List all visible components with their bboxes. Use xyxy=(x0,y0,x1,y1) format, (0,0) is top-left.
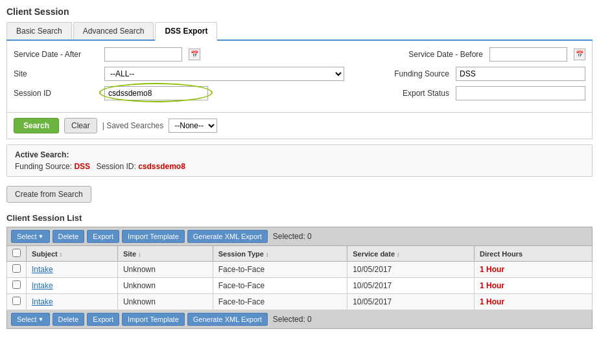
select-dropdown-top[interactable]: Select ▼ xyxy=(11,230,50,243)
row-checkbox-0[interactable] xyxy=(12,264,21,273)
site-cell-1: Unknown xyxy=(117,278,213,294)
service-date-before-label: Service Date - Before xyxy=(399,50,483,59)
session-type-cell-2: Face-to-Face xyxy=(213,294,347,310)
site-cell-2: Unknown xyxy=(117,294,213,310)
service-date-after-label: Service Date - After xyxy=(14,50,98,59)
clear-button[interactable]: Clear xyxy=(64,118,97,133)
site-sort-icon[interactable]: ↕ xyxy=(138,251,141,258)
row-checkbox-1[interactable] xyxy=(12,280,21,289)
export-status-input[interactable] xyxy=(456,86,585,100)
export-status-label: Export Status xyxy=(365,89,449,98)
active-search-title: Active Search: xyxy=(15,150,584,159)
delete-button-bottom[interactable]: Delete xyxy=(53,313,85,326)
table-row: Intake Unknown Face-to-Face 10/05/2017 1… xyxy=(7,262,593,278)
active-funding-source-label: Funding Source: xyxy=(15,162,72,171)
table-toolbar-bottom: Select ▼ Delete Export Import Template G… xyxy=(6,310,593,329)
tab-dss-export[interactable]: DSS Export xyxy=(155,22,217,41)
create-section: Create from Search xyxy=(6,182,593,207)
data-table: Subject ↕ Site ↕ Session Type ↕ Service … xyxy=(6,245,593,310)
service-date-sort-icon[interactable]: ↕ xyxy=(397,251,400,258)
session-type-cell-1: Face-to-Face xyxy=(213,278,347,294)
form-row-session-id: Session ID Export Status xyxy=(14,86,585,100)
table-row: Intake Unknown Face-to-Face 10/05/2017 1… xyxy=(7,294,593,310)
form-row-service-date: Service Date - After 📅 Service Date - Be… xyxy=(14,47,585,62)
row-checkbox-2[interactable] xyxy=(12,297,21,305)
selected-count-top: Selected: 0 xyxy=(273,232,312,241)
session-type-sort-icon[interactable]: ↕ xyxy=(266,251,269,258)
active-session-id-value: csdssdemo8 xyxy=(138,162,185,171)
table-toolbar-top: Select ▼ Delete Export Import Template G… xyxy=(6,227,593,245)
service-date-cell-2: 10/05/2017 xyxy=(347,294,475,310)
session-id-wrapper xyxy=(104,86,208,100)
table-body: Intake Unknown Face-to-Face 10/05/2017 1… xyxy=(7,262,593,310)
export-button-bottom[interactable]: Export xyxy=(87,313,119,326)
service-date-after-input[interactable] xyxy=(104,47,182,62)
select-all-checkbox[interactable] xyxy=(12,249,21,257)
active-search-text: Funding Source: DSS Session ID: csdssdem… xyxy=(15,162,584,171)
subject-link-1[interactable]: Intake xyxy=(32,281,53,290)
col-site: Site ↕ xyxy=(117,246,213,262)
service-date-before-input[interactable] xyxy=(489,47,567,62)
generate-xml-button-bottom[interactable]: Generate XML Export xyxy=(187,313,268,326)
site-label: Site xyxy=(14,69,98,78)
col-checkbox xyxy=(7,246,27,262)
export-button-top[interactable]: Export xyxy=(87,230,119,243)
form-row-site: Site --ALL-- Funding Source xyxy=(14,67,585,81)
table-row: Intake Unknown Face-to-Face 10/05/2017 1… xyxy=(7,278,593,294)
direct-hours-cell-2: 1 Hour xyxy=(480,297,504,306)
saved-searches-select[interactable]: --None-- xyxy=(169,119,217,133)
funding-source-input[interactable] xyxy=(456,67,585,81)
delete-button-top[interactable]: Delete xyxy=(53,230,85,243)
page-title: Client Session xyxy=(6,6,593,17)
col-service-date: Service date ↕ xyxy=(347,246,475,262)
col-subject: Subject ↕ xyxy=(27,246,118,262)
session-id-label: Session ID xyxy=(14,89,98,98)
tab-advanced-search[interactable]: Advanced Search xyxy=(73,22,154,40)
search-button[interactable]: Search xyxy=(14,118,59,133)
funding-source-label: Funding Source xyxy=(365,69,449,78)
select-chevron-icon: ▼ xyxy=(38,233,44,240)
selected-count-bottom: Selected: 0 xyxy=(273,315,312,324)
site-cell-0: Unknown xyxy=(117,262,213,278)
import-template-button-top[interactable]: Import Template xyxy=(122,230,185,243)
tabs-container: Basic Search Advanced Search DSS Export xyxy=(6,22,593,41)
table-header-row: Subject ↕ Site ↕ Session Type ↕ Service … xyxy=(7,246,593,262)
active-session-id-label: Session ID: xyxy=(96,162,135,171)
direct-hours-cell-0: 1 Hour xyxy=(480,265,504,274)
list-title: Client Session List xyxy=(6,213,593,223)
generate-xml-button-top[interactable]: Generate XML Export xyxy=(187,230,268,243)
service-date-before-calendar-icon[interactable]: 📅 xyxy=(574,49,585,60)
select-chevron-bottom-icon: ▼ xyxy=(38,316,44,323)
select-dropdown-bottom[interactable]: Select ▼ xyxy=(11,313,50,326)
service-date-cell-1: 10/05/2017 xyxy=(347,278,475,294)
subject-sort-icon[interactable]: ↕ xyxy=(60,251,63,258)
search-form: Service Date - After 📅 Service Date - Be… xyxy=(6,41,593,113)
import-template-button-bottom[interactable]: Import Template xyxy=(122,313,185,326)
subject-link-0[interactable]: Intake xyxy=(32,265,53,274)
saved-searches-label: | Saved Searches xyxy=(102,121,164,130)
client-session-list-section: Client Session List Select ▼ Delete Expo… xyxy=(6,213,593,329)
session-type-cell-0: Face-to-Face xyxy=(213,262,347,278)
service-date-after-calendar-icon[interactable]: 📅 xyxy=(189,49,200,60)
col-direct-hours: Direct Hours xyxy=(475,246,593,262)
active-search-box: Active Search: Funding Source: DSS Sessi… xyxy=(6,144,593,177)
tab-basic-search[interactable]: Basic Search xyxy=(6,22,72,40)
service-date-cell-0: 10/05/2017 xyxy=(347,262,475,278)
session-id-input[interactable] xyxy=(104,86,208,100)
subject-link-2[interactable]: Intake xyxy=(32,297,53,306)
action-bar: Search Clear | Saved Searches --None-- xyxy=(6,113,593,139)
col-session-type: Session Type ↕ xyxy=(213,246,347,262)
site-select[interactable]: --ALL-- xyxy=(104,67,344,81)
active-funding-source-value: DSS xyxy=(74,162,90,171)
create-from-search-button[interactable]: Create from Search xyxy=(6,186,91,203)
direct-hours-cell-1: 1 Hour xyxy=(480,281,504,290)
